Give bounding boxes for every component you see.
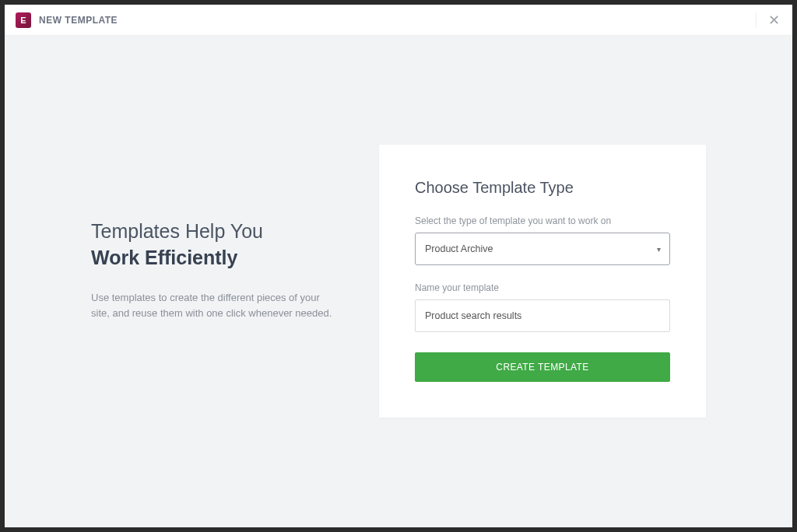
close-icon: ✕	[768, 12, 780, 29]
elementor-logo-icon: E	[16, 12, 31, 28]
form-title: Choose Template Type	[415, 179, 670, 197]
intro-title-line2: Work Efficiently	[91, 245, 332, 271]
create-template-button[interactable]: CREATE TEMPLATE	[415, 352, 670, 382]
intro-description: Use templates to create the different pi…	[91, 290, 332, 323]
template-type-select[interactable]: Product Archive	[415, 233, 670, 265]
modal-content: Templates Help You Work Efficiently Use …	[5, 36, 792, 527]
new-template-modal: E NEW TEMPLATE ✕ Templates Help You Work…	[5, 5, 792, 527]
modal-title: NEW TEMPLATE	[39, 15, 118, 26]
template-form-card: Choose Template Type Select the type of …	[379, 145, 706, 418]
template-name-label: Name your template	[415, 282, 670, 293]
template-name-input[interactable]	[415, 299, 670, 332]
close-button[interactable]: ✕	[756, 12, 781, 28]
intro-title-line1: Templates Help You	[91, 219, 332, 245]
template-type-select-wrap: Product Archive ▾	[415, 233, 670, 265]
template-type-label: Select the type of template you want to …	[415, 215, 670, 226]
intro-column: Templates Help You Work Efficiently Use …	[91, 145, 332, 322]
modal-header: E NEW TEMPLATE ✕	[5, 5, 792, 36]
